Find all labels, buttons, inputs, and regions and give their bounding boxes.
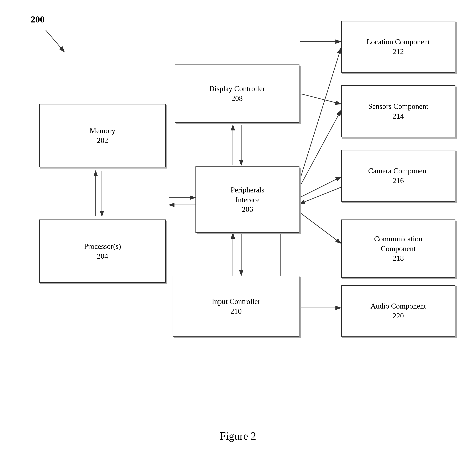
peripherals-box: PeripheralsInterace 206 (196, 167, 300, 233)
input-label: Input Controller (212, 297, 260, 306)
camera-num: 216 (393, 176, 404, 186)
location-label: Location Component (367, 37, 430, 47)
svg-line-14 (300, 187, 341, 204)
sensors-box: Sensors Component 214 (341, 85, 455, 137)
communication-box: CommunicationComponent 218 (341, 220, 455, 278)
svg-line-13 (300, 177, 341, 198)
sensors-num: 214 (393, 111, 404, 121)
camera-label: Camera Component (368, 166, 428, 176)
memory-label: Memory (90, 126, 115, 136)
diagram: 200 (0, 0, 476, 465)
svg-line-2 (46, 30, 64, 52)
sensors-label: Sensors Component (368, 102, 428, 111)
figure-caption: Figure 2 (0, 430, 476, 442)
svg-line-12 (300, 110, 341, 187)
audio-box: Audio Component 220 (341, 285, 455, 337)
svg-line-17 (300, 94, 341, 104)
communication-label: CommunicationComponent (374, 234, 422, 254)
location-box: Location Component 212 (341, 21, 455, 73)
audio-label: Audio Component (371, 301, 426, 311)
display-box: Display Controller 208 (175, 64, 300, 123)
processor-label: Processor(s) (84, 242, 121, 251)
audio-num: 220 (393, 311, 404, 321)
display-num: 208 (231, 94, 243, 103)
communication-num: 218 (393, 254, 404, 263)
location-num: 212 (393, 47, 404, 57)
peripherals-num: 206 (242, 204, 253, 214)
processor-num: 204 (97, 251, 108, 261)
label-200: 200 (31, 14, 44, 25)
memory-box: Memory 202 (39, 104, 166, 167)
svg-line-11 (300, 48, 341, 181)
input-box: Input Controller 210 (173, 276, 300, 337)
memory-num: 202 (97, 136, 108, 145)
input-num: 210 (230, 306, 242, 316)
svg-line-15 (300, 212, 341, 243)
processor-box: Processor(s) 204 (39, 220, 166, 283)
camera-box: Camera Component 216 (341, 150, 455, 202)
display-label: Display Controller (209, 84, 265, 94)
peripherals-label: PeripheralsInterace (231, 185, 264, 205)
